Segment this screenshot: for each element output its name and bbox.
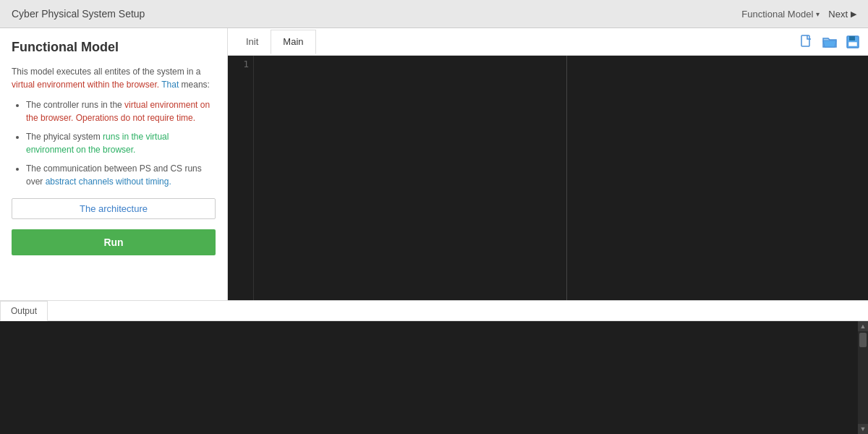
svg-rect-2 [849,36,855,41]
scroll-up-arrow[interactable]: ▲ [858,321,868,331]
app-title: Cyber Physical System Setup [12,8,145,20]
topbar: Cyber Physical System Setup Functional M… [0,0,868,28]
model-label: Functional Model [741,9,813,20]
sidebar-heading: Functional Model [12,40,216,55]
main-layout: Functional Model This model executes all… [0,28,868,434]
svg-rect-3 [848,42,857,46]
sidebar-list: The controller runs in the virtual envir… [12,98,216,188]
chevron-right-icon: ▶ [851,9,856,19]
scroll-thumb[interactable] [859,333,867,347]
line-numbers: 1 [228,56,254,300]
list-item: The communication between PS and CS runs… [26,162,216,188]
output-tabs: Output [0,301,868,321]
next-button[interactable]: Next ▶ [828,9,856,20]
chevron-down-icon: ▾ [816,10,820,18]
next-label: Next [828,9,848,20]
topbar-right: Functional Model ▾ Next ▶ [741,9,856,20]
upper-section: Functional Model This model executes all… [0,28,868,300]
tab-main[interactable]: Main [271,30,315,54]
output-tab[interactable]: Output [0,301,48,321]
editor-tabs-row: Init Main [228,28,868,56]
output-scrollbar[interactable]: ▲ ▼ [858,321,868,434]
sidebar-description: This model executes all entites of the s… [12,65,216,91]
sidebar: Functional Model This model executes all… [0,28,228,300]
save-button[interactable] [843,34,862,50]
output-console: ▲ ▼ [0,321,868,434]
new-file-button[interactable] [797,34,816,50]
editor-toolbar-icons [797,34,862,50]
list-item: The phyical system runs in the virtual e… [26,130,216,156]
code-content[interactable] [254,56,566,300]
svg-rect-0 [801,35,809,46]
output-section: Output ▲ ▼ [0,300,868,434]
list-item: The controller runs in the virtual envir… [26,98,216,124]
editor-right-pane [567,56,868,300]
scroll-down-arrow[interactable]: ▼ [858,424,868,434]
run-button[interactable]: Run [12,229,216,255]
open-folder-button[interactable] [820,34,839,50]
editor-tabs: Init Main [234,30,316,54]
tab-init[interactable]: Init [234,30,271,54]
code-editor[interactable]: 1 [228,56,868,300]
model-selector[interactable]: Functional Model ▾ [741,9,820,20]
editor-area: Init Main [228,28,868,300]
architecture-button[interactable]: The architecture [12,198,216,219]
scroll-track [858,349,868,424]
